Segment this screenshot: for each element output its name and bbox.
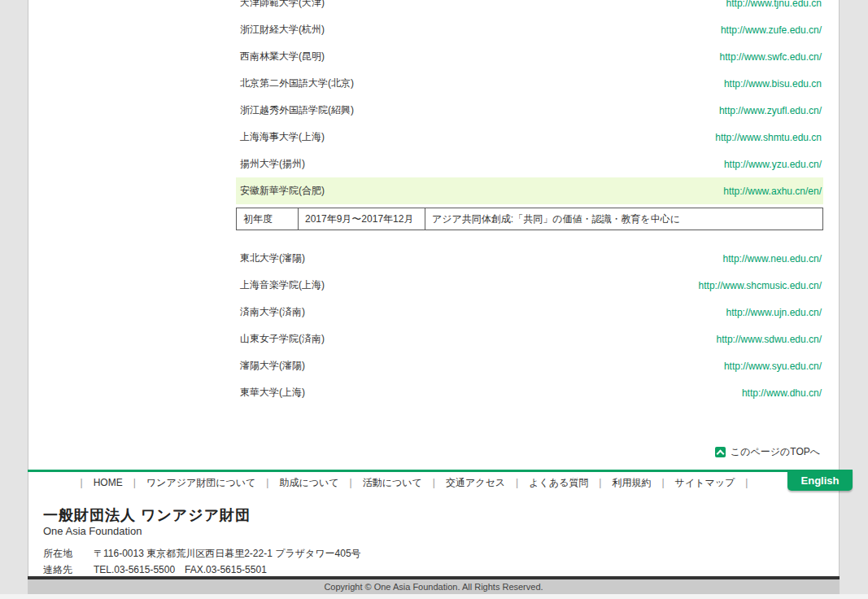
university-row: 安徽新華学院(合肥) http://www.axhu.cn/en/ [236, 177, 823, 204]
nav-separator: | [433, 477, 435, 488]
university-row: 瀋陽大学(瀋陽) http://www.syu.edu.cn/ [236, 352, 823, 379]
university-row: 上海音楽学院(上海) http://www.shcmusic.edu.cn/ [236, 272, 823, 299]
university-row: 東華大学(上海) http://www.dhu.cn/ [236, 379, 823, 406]
university-name: 済南大学(済南) [236, 305, 305, 319]
footer-navigation: |HOME|ワンアジア財団について|助成について|活動について|交通アクセス|よ… [28, 472, 800, 493]
university-row: 西南林業大学(昆明) http://www.swfc.edu.cn/ [236, 43, 823, 70]
university-link[interactable]: http://www.zyufl.edu.cn/ [719, 105, 823, 116]
nav-separator: | [81, 477, 83, 488]
footer-org-info: 一般財団法人 ワンアジア財団 One Asia Foundation 所在地 〒… [43, 506, 361, 578]
table-row: 初年度 2017年9月〜2017年12月 アジア共同体創成:「共同」の価値・認識… [237, 208, 823, 230]
page-top-link[interactable]: このページのTOPへ [236, 445, 823, 459]
bottom-strip [0, 594, 868, 599]
program-detail-table: 初年度 2017年9月〜2017年12月 アジア共同体創成:「共同」の価値・認識… [236, 208, 823, 230]
university-list-lower: 東北大学(瀋陽) http://www.neu.edu.cn/ 上海音楽学院(上… [236, 245, 823, 406]
university-link[interactable]: http://www.swfc.edu.cn/ [720, 51, 823, 63]
browser-viewport: 天津師範大学(天津) http://www.tjnu.edu.cn 浙江財経大学… [0, 0, 868, 599]
nav-item-5[interactable]: よくある質問 [529, 476, 588, 490]
university-link[interactable]: http://www.sdwu.edu.cn/ [717, 334, 823, 345]
org-contact-rows: 所在地 〒116-0013 東京都荒川区西日暮里2-22-1 プラザタワー405… [43, 545, 361, 578]
university-name: 東華大学(上海) [236, 386, 305, 400]
nav-separator: | [133, 477, 136, 488]
university-link[interactable]: http://www.dhu.cn/ [742, 387, 823, 399]
contact-value: TEL.03-5615-5500 FAX.03-5615-5501 [94, 562, 267, 578]
nav-item-3[interactable]: 活動について [363, 476, 422, 490]
university-name: 天津師範大学(天津) [236, 0, 325, 10]
university-link[interactable]: http://www.tjnu.edu.cn [726, 0, 823, 9]
university-link[interactable]: http://www.ujn.edu.cn/ [726, 307, 823, 318]
nav-item-1[interactable]: ワンアジア財団について [146, 476, 256, 490]
university-link[interactable]: http://www.shmtu.edu.cn [715, 132, 823, 143]
university-name: 安徽新華学院(合肥) [236, 184, 325, 198]
university-link[interactable]: http://www.axhu.cn/en/ [723, 186, 823, 197]
university-link[interactable]: http://www.shcmusic.edu.cn/ [699, 280, 823, 291]
nav-separator: | [745, 477, 748, 488]
university-name: 瀋陽大学(瀋陽) [236, 359, 305, 373]
university-list-upper: 天津師範大学(天津) http://www.tjnu.edu.cn 浙江財経大学… [236, 0, 823, 204]
university-name: 上海音楽学院(上海) [236, 278, 325, 292]
university-name: 北京第二外国語大学(北京) [236, 77, 354, 90]
copyright-text: Copyright © One Asia Foundation. All Rig… [28, 579, 840, 594]
university-name: 西南林業大学(昆明) [236, 50, 325, 63]
university-row: 浙江財経大学(杭州) http://www.zufe.edu.cn/ [236, 16, 823, 43]
university-row: 済南大学(済南) http://www.ujn.edu.cn/ [236, 299, 823, 326]
nav-item-7[interactable]: サイトマップ [675, 476, 735, 490]
nav-item-6[interactable]: 利用規約 [612, 476, 651, 490]
address-label: 所在地 [43, 545, 81, 562]
nav-separator: | [266, 477, 268, 488]
nav-separator: | [661, 477, 664, 488]
university-link[interactable]: http://www.yzu.edu.cn/ [724, 159, 823, 170]
university-row: 北京第二外国語大学(北京) http://www.bisu.edu.cn [236, 70, 823, 97]
english-button[interactable]: English [787, 470, 853, 491]
address-row: 所在地 〒116-0013 東京都荒川区西日暮里2-22-1 プラザタワー405… [43, 545, 361, 562]
arrow-up-icon [715, 447, 726, 457]
university-link[interactable]: http://www.syu.edu.cn/ [724, 361, 823, 372]
org-name-japanese: 一般財団法人 ワンアジア財団 [43, 506, 361, 524]
page-top-label: このページのTOPへ [731, 445, 820, 459]
nav-item-2[interactable]: 助成について [279, 476, 338, 490]
nav-item-4[interactable]: 交通アクセス [446, 476, 505, 490]
theme-cell: アジア共同体創成:「共同」の価値・認識・教育を中心に [425, 208, 823, 230]
university-row: 上海海事大学(上海) http://www.shmtu.edu.cn [236, 124, 823, 151]
contact-label: 連絡先 [43, 562, 81, 578]
address-value: 〒116-0013 東京都荒川区西日暮里2-22-1 プラザタワー405号 [94, 545, 361, 562]
university-link[interactable]: http://www.zufe.edu.cn/ [721, 24, 823, 36]
university-name: 上海海事大学(上海) [236, 130, 325, 144]
university-name: 浙江越秀外国語学院(紹興) [236, 103, 354, 117]
nav-separator: | [516, 477, 518, 488]
contact-row: 連絡先 TEL.03-5615-5500 FAX.03-5615-5501 [43, 562, 361, 578]
org-name-english: One Asia Foundation [43, 525, 361, 538]
nav-separator: | [350, 477, 352, 488]
university-name: 山東女子学院(済南) [236, 332, 325, 346]
main-column: 天津師範大学(天津) http://www.tjnu.edu.cn 浙江財経大学… [236, 0, 823, 459]
university-link[interactable]: http://www.neu.edu.cn/ [723, 253, 823, 265]
university-row: 山東女子学院(済南) http://www.sdwu.edu.cn/ [236, 326, 823, 352]
university-link[interactable]: http://www.bisu.edu.cn [724, 78, 823, 90]
nav-separator: | [599, 477, 601, 488]
university-name: 浙江財経大学(杭州) [236, 23, 325, 37]
university-row: 揚州大学(揚州) http://www.yzu.edu.cn/ [236, 151, 823, 177]
university-name: 揚州大学(揚州) [236, 157, 305, 171]
term-value-cell: 2017年9月〜2017年12月 [299, 208, 425, 230]
university-row: 天津師範大学(天津) http://www.tjnu.edu.cn [236, 0, 823, 16]
nav-item-0[interactable]: HOME [94, 477, 123, 488]
university-row: 浙江越秀外国語学院(紹興) http://www.zyufl.edu.cn/ [236, 97, 823, 124]
term-label-cell: 初年度 [237, 208, 299, 230]
university-name: 東北大学(瀋陽) [236, 251, 305, 265]
university-row: 東北大学(瀋陽) http://www.neu.edu.cn/ [236, 245, 823, 272]
